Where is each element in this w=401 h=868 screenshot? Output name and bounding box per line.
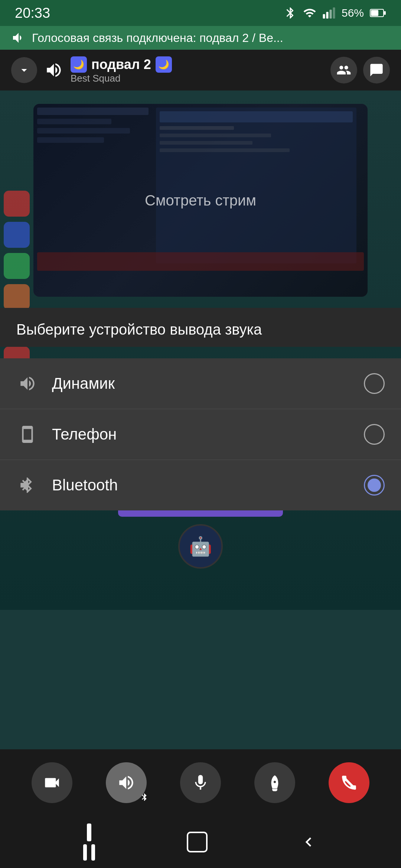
camera-btn[interactable] <box>32 762 72 803</box>
stream-preview[interactable]: Смотреть стрим <box>33 104 368 297</box>
voice-call-bar: 🌙 подвал 2 🌙 Best Squad <box>0 50 401 91</box>
svg-rect-1 <box>326 12 328 19</box>
end-call-btn[interactable] <box>329 762 369 803</box>
home-btn[interactable] <box>187 832 208 852</box>
channel-emoji-2: 🌙 <box>156 56 172 73</box>
notification-text: Голосовая связь подключена: подвал 2 / В… <box>32 31 283 45</box>
bg-app-3 <box>4 253 30 279</box>
speaker-radio[interactable] <box>364 373 385 394</box>
user-avatar: 🤖 <box>178 524 223 569</box>
stream-label: Смотреть стрим <box>145 192 256 209</box>
chat-btn[interactable] <box>363 57 390 83</box>
rocket-btn[interactable] <box>254 762 295 803</box>
bg-app-4 <box>4 284 30 310</box>
battery-icon <box>370 8 386 18</box>
channel-info: 🌙 подвал 2 🌙 Best Squad <box>71 56 323 84</box>
nav-bar <box>0 816 401 868</box>
speaker-device-icon <box>16 374 39 393</box>
server-name: Best Squad <box>71 73 323 84</box>
stream-overlay[interactable]: Смотреть стрим <box>33 104 368 297</box>
voice-call-actions <box>330 57 390 83</box>
device-item-phone[interactable]: Телефон <box>0 409 401 460</box>
svg-rect-0 <box>323 14 325 19</box>
svg-rect-2 <box>329 10 332 19</box>
dropdown-btn[interactable] <box>11 57 37 83</box>
speaker-icon <box>45 61 63 79</box>
status-icons: 56% <box>284 6 386 20</box>
notification-bar: Голосовая связь подключена: подвал 2 / В… <box>0 26 401 50</box>
bluetooth-icon <box>284 6 297 20</box>
status-time: 20:33 <box>15 5 50 21</box>
bg-app-2 <box>4 222 30 248</box>
volume-icon <box>11 30 26 45</box>
channel-name: подвал 2 <box>91 57 151 72</box>
bg-app-1 <box>4 191 30 217</box>
recent-apps-btn[interactable] <box>83 823 95 861</box>
svg-rect-5 <box>371 10 378 16</box>
participants-btn[interactable] <box>330 57 357 83</box>
audio-output-btn[interactable] <box>106 762 147 803</box>
status-bar: 20:33 56% <box>0 0 401 26</box>
audio-dialog-header: Выберите устройство вывода звука <box>0 308 401 347</box>
channel-emoji: 🌙 <box>71 56 87 73</box>
stream-inner: Смотреть стрим <box>33 104 368 297</box>
device-item-bluetooth[interactable]: Bluetooth <box>0 460 401 510</box>
phone-radio[interactable] <box>364 424 385 445</box>
wifi-icon <box>303 6 316 20</box>
bluetooth-radio[interactable] <box>364 475 385 496</box>
back-btn[interactable] <box>299 833 318 851</box>
battery-text: 56% <box>342 7 364 19</box>
radio-inner-selected <box>368 479 381 492</box>
bottom-action-bar <box>0 749 401 816</box>
speaker-device-name: Динамик <box>52 375 351 392</box>
svg-rect-6 <box>384 11 386 15</box>
bluetooth-device-name: Bluetooth <box>52 476 351 494</box>
dialog-title: Выберите устройство вывода звука <box>16 321 262 338</box>
phone-device-icon <box>16 425 39 444</box>
audio-device-list: Динамик Телефон Bluetooth <box>0 358 401 510</box>
microphone-btn[interactable] <box>180 762 221 803</box>
device-item-speaker[interactable]: Динамик <box>0 358 401 409</box>
signal-icon <box>322 6 336 20</box>
bluetooth-device-icon <box>16 476 39 494</box>
svg-rect-3 <box>333 7 335 19</box>
phone-device-name: Телефон <box>52 425 351 443</box>
